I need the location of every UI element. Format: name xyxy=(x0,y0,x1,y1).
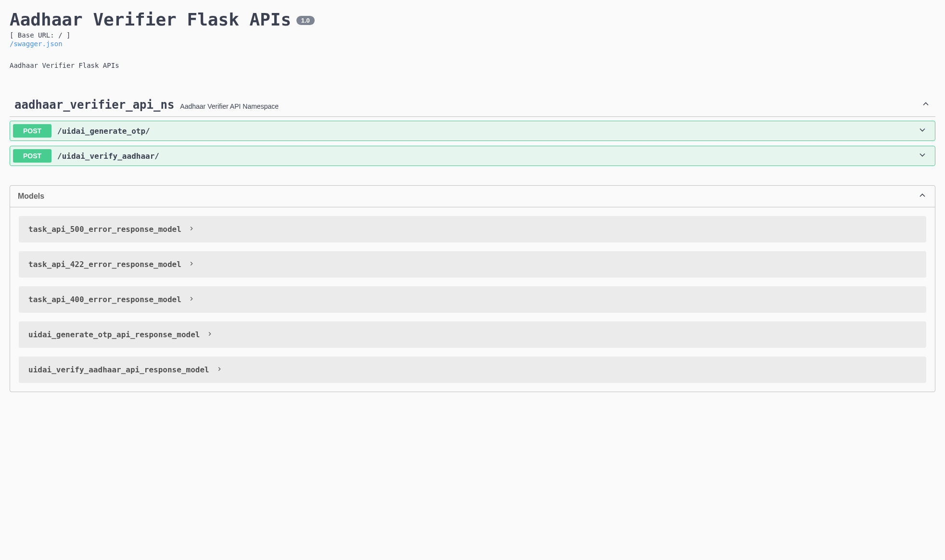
swagger-json-link[interactable]: /swagger.json xyxy=(10,40,63,48)
operation-uidai-generate-otp[interactable]: POST /uidai_generate_otp/ xyxy=(10,121,935,141)
models-section: Models task_api_500_error_response_model… xyxy=(10,185,935,392)
namespace-description: Aadhaar Verifier API Namespace xyxy=(180,102,279,110)
chevron-down-icon xyxy=(918,125,932,137)
chevron-right-icon xyxy=(188,295,195,304)
chevron-down-icon xyxy=(918,150,932,162)
base-url-label: [ Base URL: / ] xyxy=(10,31,935,39)
api-title: Aadhaar Verifier Flask APIs xyxy=(10,10,291,29)
chevron-right-icon xyxy=(188,225,195,234)
model-name: task_api_500_error_response_model xyxy=(28,225,181,234)
chevron-right-icon xyxy=(206,331,213,339)
http-method-badge: POST xyxy=(13,124,51,138)
model-item[interactable]: uidai_verify_aadhaar_api_response_model xyxy=(19,356,926,383)
chevron-up-icon xyxy=(921,99,931,111)
models-title: Models xyxy=(18,192,44,201)
operation-path: /uidai_generate_otp/ xyxy=(57,127,918,136)
models-list: task_api_500_error_response_model task_a… xyxy=(10,207,935,392)
model-name: task_api_422_error_response_model xyxy=(28,260,181,269)
model-name: uidai_verify_aadhaar_api_response_model xyxy=(28,365,209,374)
api-header: Aadhaar Verifier Flask APIs 1.0 [ Base U… xyxy=(10,10,935,69)
model-item[interactable]: task_api_400_error_response_model xyxy=(19,286,926,313)
chevron-right-icon xyxy=(216,366,223,374)
version-badge: 1.0 xyxy=(296,16,315,25)
http-method-badge: POST xyxy=(13,149,51,163)
namespace-header-left: aadhaar_verifier_api_ns Aadhaar Verifier… xyxy=(14,98,279,112)
chevron-up-icon xyxy=(918,191,927,202)
chevron-right-icon xyxy=(188,260,195,269)
operation-path: /uidai_verify_aadhaar/ xyxy=(57,152,918,161)
model-name: uidai_generate_otp_api_response_model xyxy=(28,330,200,339)
models-header-toggle[interactable]: Models xyxy=(10,186,935,207)
operation-uidai-verify-aadhaar[interactable]: POST /uidai_verify_aadhaar/ xyxy=(10,146,935,166)
model-item[interactable]: task_api_500_error_response_model xyxy=(19,216,926,242)
namespace-header-toggle[interactable]: aadhaar_verifier_api_ns Aadhaar Verifier… xyxy=(10,93,935,117)
namespace-section: aadhaar_verifier_api_ns Aadhaar Verifier… xyxy=(10,93,935,166)
operations-list: POST /uidai_generate_otp/ POST /uidai_ve… xyxy=(10,117,935,166)
model-name: task_api_400_error_response_model xyxy=(28,295,181,304)
namespace-name: aadhaar_verifier_api_ns xyxy=(14,98,174,112)
api-description: Aadhaar Verifier Flask APIs xyxy=(10,62,935,69)
model-item[interactable]: task_api_422_error_response_model xyxy=(19,251,926,278)
model-item[interactable]: uidai_generate_otp_api_response_model xyxy=(19,321,926,348)
